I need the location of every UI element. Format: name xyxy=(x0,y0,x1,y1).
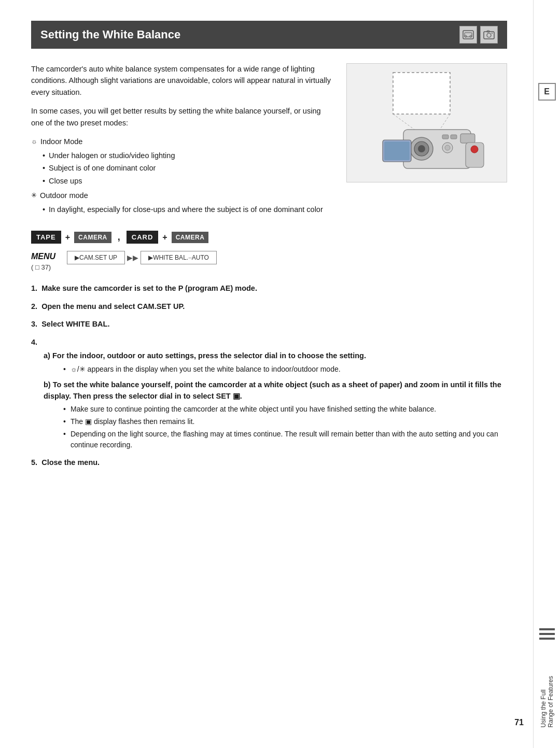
sidebar-e-box: E xyxy=(538,83,556,101)
camera-button-1: CAMERA xyxy=(74,232,111,243)
sidebar-line-2 xyxy=(539,633,555,635)
intro-para-2: In some cases, you will get better resul… xyxy=(31,105,331,129)
indoor-bullet-1: Under halogen or studio/video lighting xyxy=(43,150,331,161)
svg-rect-20 xyxy=(451,135,457,139)
step-4b-bullets: Make sure to continue pointing the camco… xyxy=(63,404,507,450)
modes-list: ☼ Indoor Mode Under halogen or studio/vi… xyxy=(31,136,331,215)
right-sidebar: E Using the Full Range of Features xyxy=(533,0,560,748)
sidebar-line-1 xyxy=(539,628,555,630)
step-4-number: 4. xyxy=(31,338,37,346)
step-2-number: 2. xyxy=(31,302,39,311)
step-2: 2. Open the menu and select CAM.SET UP. xyxy=(31,301,507,312)
step-3-text: Select WHITE BAL. xyxy=(41,320,109,328)
sidebar-lines xyxy=(539,628,555,640)
svg-rect-19 xyxy=(442,135,449,139)
step-4b-bullet-1: Make sure to continue pointing the camco… xyxy=(63,404,507,415)
tape-button: TAPE xyxy=(31,231,61,244)
step-4a-bullet-1: ☼/✳ appears in the display when you set … xyxy=(63,364,507,375)
svg-rect-18 xyxy=(384,142,410,160)
comma-sign: , xyxy=(118,232,120,243)
tape-icon xyxy=(459,26,477,44)
menu-section: MENU ( □ 37) ▶CAM.SET UP ▶▶ ▶WHITE BAL.·… xyxy=(31,251,507,271)
sidebar-text-line2: Range of Features xyxy=(547,676,554,727)
svg-point-22 xyxy=(445,145,450,150)
sidebar-text-line1: Using the Full xyxy=(540,689,547,727)
step-2-text: Open the menu and select CAM.SET UP. xyxy=(41,302,185,311)
plus-sign-1: + xyxy=(65,233,70,242)
step-5: 5. Close the menu. xyxy=(31,457,507,468)
svg-point-24 xyxy=(471,146,478,153)
indoor-bullet-2: Subject is of one dominant color xyxy=(43,162,331,174)
svg-rect-1 xyxy=(465,33,472,37)
page-title: Setting the White Balance xyxy=(40,28,180,41)
indoor-icon: ☼ xyxy=(31,136,37,147)
menu-ref: ( □ 37) xyxy=(31,263,60,271)
camera-illustration xyxy=(346,63,507,182)
svg-point-15 xyxy=(418,145,425,152)
outdoor-mode-label: Outdoor mode xyxy=(40,190,88,201)
content-body: The camcorder's auto white balance syste… xyxy=(31,63,507,216)
step-3: 3. Select WHITE BAL. xyxy=(31,318,507,330)
menu-arrow: ▶▶ xyxy=(127,253,138,262)
sidebar-line-3 xyxy=(539,638,555,640)
sidebar-vertical-text: Using the Full Range of Features xyxy=(540,676,554,727)
svg-point-5 xyxy=(487,33,491,37)
menu-box-2: ▶WHITE BAL.··AUTO xyxy=(141,251,217,264)
menu-ref-wrap: MENU ( □ 37) xyxy=(31,251,60,271)
menu-label: MENU xyxy=(31,252,60,261)
title-icons xyxy=(459,26,498,44)
button-row: TAPE + CAMERA , CARD + CAMERA xyxy=(31,231,507,244)
camera-button-2: CAMERA xyxy=(172,232,209,243)
svg-rect-4 xyxy=(484,32,494,39)
title-bar: Setting the White Balance xyxy=(31,21,507,49)
outdoor-bullet-1: In daylight, especially for close-ups an… xyxy=(43,204,331,215)
image-section xyxy=(346,63,507,216)
menu-box-1: ▶CAM.SET UP xyxy=(67,251,125,264)
step-4b-text: b) To set the white balance yourself, po… xyxy=(44,380,501,400)
menu-boxes: ▶CAM.SET UP ▶▶ ▶WHITE BAL.··AUTO xyxy=(67,251,217,264)
step-4b-bullet-2: The ▣ display flashes then remains lit. xyxy=(63,416,507,427)
intro-para-1: The camcorder's auto white balance syste… xyxy=(31,63,331,98)
svg-point-7 xyxy=(492,33,493,34)
step-5-text: Close the menu. xyxy=(41,458,100,467)
steps-section: 1. Make sure the camcorder is set to the… xyxy=(31,283,507,469)
card-button: CARD xyxy=(127,231,159,244)
plus-sign-2: + xyxy=(162,233,167,242)
indoor-mode-label: Indoor Mode xyxy=(40,136,82,147)
indoor-bullets: Under halogen or studio/video lighting S… xyxy=(43,150,331,187)
step-4b: b) To set the white balance yourself, po… xyxy=(44,379,507,451)
svg-rect-9 xyxy=(393,73,450,114)
step-4a-text: a) For the indoor, outdoor or auto setti… xyxy=(44,351,366,360)
step-4a-bullets: ☼/✳ appears in the display when you set … xyxy=(63,364,507,375)
step-4: 4. a) For the indoor, outdoor or auto se… xyxy=(31,336,507,451)
step-1: 1. Make sure the camcorder is set to the… xyxy=(31,283,507,294)
step-4b-bullet-3: Depending on the light source, the flash… xyxy=(63,429,507,450)
svg-rect-16 xyxy=(460,134,475,143)
step-4a: a) For the indoor, outdoor or auto setti… xyxy=(44,350,507,374)
page-number: 71 xyxy=(514,718,524,727)
indoor-bullet-3: Close ups xyxy=(43,175,331,187)
outdoor-bullets: In daylight, especially for close-ups an… xyxy=(43,204,331,215)
outdoor-mode-item: ✳ Outdoor mode xyxy=(31,190,331,201)
step-1-text: Make sure the camcorder is set to the P … xyxy=(41,284,257,292)
step-1-number: 1. xyxy=(31,284,39,292)
sidebar-e-label: E xyxy=(544,87,550,96)
text-section: The camcorder's auto white balance syste… xyxy=(31,63,331,216)
step-5-number: 5. xyxy=(31,458,39,467)
indoor-mode-item: ☼ Indoor Mode xyxy=(31,136,331,147)
step-3-number: 3. xyxy=(31,320,39,328)
camera-icon-title xyxy=(480,26,498,44)
outdoor-icon: ✳ xyxy=(31,190,37,201)
